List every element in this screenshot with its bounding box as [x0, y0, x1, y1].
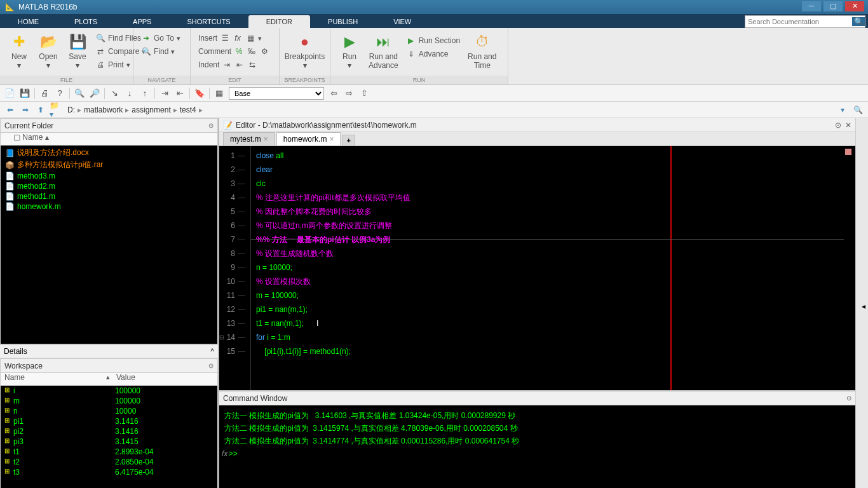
nav-fwd-icon[interactable]: ⇨: [343, 88, 355, 99]
collapse-icon[interactable]: ◂: [859, 302, 868, 311]
new-button[interactable]: ✚New▾: [5, 29, 33, 76]
dropdown-icon[interactable]: ▾: [836, 104, 849, 116]
workspace-header: Workspace ⊙: [1, 359, 217, 373]
tab-publish[interactable]: PUBLISH: [310, 15, 376, 28]
current-folder-header: Current Folder ⊙: [1, 119, 217, 133]
command-window[interactable]: 方法一 模拟生成的pi值为 3.141603 ,与真实值相差 1.03424e-…: [219, 405, 855, 488]
run-time-button[interactable]: ⏱Run and Time: [464, 29, 500, 76]
chevron-right-icon: ▸: [199, 105, 203, 114]
find-button[interactable]: 🔍Find ▾: [139, 45, 185, 58]
workspace-var[interactable]: ⊞i100000: [1, 386, 217, 396]
side-panel-strip: ◂ Command History: [855, 118, 868, 488]
group-navigate: NAVIGATE: [133, 76, 190, 85]
goto-button[interactable]: ➜Go To ▾: [139, 32, 185, 44]
editor-tab[interactable]: homework.m×: [276, 132, 341, 146]
file-item[interactable]: 📘说明及方法介绍.docx: [2, 147, 216, 159]
file-item[interactable]: 📦多种方法模拟估计pi值.rar: [2, 159, 216, 171]
group-file: FILE: [0, 76, 133, 85]
open-button[interactable]: 📂Open▾: [34, 29, 62, 76]
workspace-var[interactable]: ⊞t36.4175e-04: [1, 467, 217, 477]
back-icon[interactable]: ⬅: [4, 104, 17, 116]
tab-apps[interactable]: APPS: [115, 15, 169, 28]
advance-button[interactable]: ⇓Advance: [403, 48, 463, 60]
search-doc-box[interactable]: 🔍: [745, 15, 865, 28]
tab-editor[interactable]: EDITOR: [248, 15, 310, 28]
file-icon: 📄: [4, 182, 15, 191]
tab-close-icon[interactable]: ×: [264, 135, 268, 144]
comment-button[interactable]: Comment %‰⚙: [196, 45, 274, 58]
save-button[interactable]: 💾Save▾: [64, 29, 92, 76]
close-button[interactable]: ✕: [845, 1, 864, 11]
nav-up-icon[interactable]: ⇧: [358, 88, 370, 99]
workspace-var[interactable]: ⊞pi23.1416: [1, 426, 217, 437]
tab-home[interactable]: HOME: [0, 15, 57, 28]
zoom-in-icon[interactable]: 🔍: [74, 88, 85, 99]
breakpoints-button[interactable]: ●Breakpoints▾: [285, 29, 325, 72]
panel-menu-icon[interactable]: ⊙: [208, 362, 214, 369]
file-item[interactable]: 📄method3.m: [2, 171, 216, 181]
editor-tab[interactable]: mytest.m×: [223, 132, 275, 146]
help-icon[interactable]: ?: [54, 88, 65, 99]
file-icon: 📦: [4, 161, 15, 170]
tab-view[interactable]: VIEW: [376, 15, 429, 28]
maximize-button[interactable]: ▢: [824, 1, 843, 11]
step-out-icon[interactable]: ↑: [139, 88, 151, 99]
app-title: MATLAB R2016b: [18, 3, 78, 11]
tab-plots[interactable]: PLOTS: [57, 15, 115, 28]
run-advance-button[interactable]: ⏭Run and Advance: [365, 29, 402, 76]
new-script-icon[interactable]: 📄: [4, 88, 15, 99]
file-col-header[interactable]: ▢ Name ▴: [1, 133, 217, 146]
minimize-button[interactable]: ─: [802, 1, 821, 11]
run-button[interactable]: ▶Run▾: [336, 29, 363, 76]
workspace-var[interactable]: ⊞pi13.1416: [1, 416, 217, 426]
editor-close-icon[interactable]: ✕: [845, 121, 851, 130]
save-icon[interactable]: 💾: [19, 88, 31, 99]
workspace-var[interactable]: ⊞t22.0850e-04: [1, 457, 217, 467]
indent-icon[interactable]: ⇥: [159, 88, 170, 99]
ws-col-header[interactable]: Name ▴ Value: [1, 373, 217, 386]
breadcrumb-item[interactable]: matlabwork: [81, 105, 125, 114]
search-icon[interactable]: 🔍: [852, 17, 865, 26]
title-bar: 📐 MATLAB R2016b ─ ▢ ✕: [0, 0, 868, 14]
file-icon: 📘: [4, 149, 15, 158]
var-icon: ⊞: [4, 417, 13, 426]
zoom-out-icon[interactable]: 🔎: [89, 88, 100, 99]
add-tab-button[interactable]: +: [342, 135, 355, 146]
editor-menu-icon[interactable]: ⊙: [835, 121, 841, 130]
file-item[interactable]: 📄method2.m: [2, 181, 216, 191]
search-folder-icon[interactable]: 🔍: [851, 104, 864, 116]
message-strip[interactable]: [844, 146, 855, 390]
indent-button[interactable]: Indent ⇥⇤⇆: [196, 58, 274, 71]
file-item[interactable]: 📄homework.m: [2, 201, 216, 212]
stack-icon[interactable]: ▦: [214, 88, 225, 99]
tab-shortcuts[interactable]: SHORTCUTS: [169, 15, 248, 28]
main-tabs: HOMEPLOTSAPPSSHORTCUTSEDITORPUBLISHVIEW …: [0, 14, 868, 28]
outdent-icon[interactable]: ⇤: [174, 88, 186, 99]
step-in-icon[interactable]: ↓: [124, 88, 135, 99]
workspace-var[interactable]: ⊞t12.8993e-04: [1, 447, 217, 457]
print-icon[interactable]: 🖨: [39, 88, 50, 99]
breadcrumb-item[interactable]: assignment: [129, 105, 173, 114]
step-icon[interactable]: ↘: [109, 88, 120, 99]
insert-button[interactable]: Insert ☰fx▦▾: [196, 32, 274, 44]
code-editor[interactable]: 1—2—3—4—5—6—7—8—9—10—11—12—13—⊟14—15— cl…: [219, 146, 855, 390]
folder-icon: 📁▾: [50, 104, 62, 116]
panel-menu-icon[interactable]: ⊙: [208, 122, 214, 129]
workspace-var[interactable]: ⊞m100000: [1, 396, 217, 406]
scope-select[interactable]: Base: [229, 87, 324, 100]
search-input[interactable]: [745, 18, 852, 25]
var-icon: ⊞: [4, 468, 13, 477]
details-header[interactable]: Details^: [0, 344, 218, 358]
up-folder-icon[interactable]: ⬆: [34, 104, 47, 116]
nav-back-icon[interactable]: ⇦: [328, 88, 339, 99]
workspace-var[interactable]: ⊞pi33.1415: [1, 437, 217, 447]
forward-icon[interactable]: ➡: [19, 104, 32, 116]
tab-close-icon[interactable]: ×: [329, 135, 334, 144]
breadcrumb-item[interactable]: D:: [65, 105, 78, 114]
file-item[interactable]: 📄method1.m: [2, 191, 216, 201]
workspace-var[interactable]: ⊞n10000: [1, 406, 217, 416]
bookmark-icon[interactable]: 🔖: [194, 88, 205, 99]
run-section-button[interactable]: ▶Run Section: [403, 34, 463, 47]
breadcrumb-item[interactable]: test4: [177, 105, 199, 114]
panel-menu-icon[interactable]: ⊙: [846, 395, 851, 402]
